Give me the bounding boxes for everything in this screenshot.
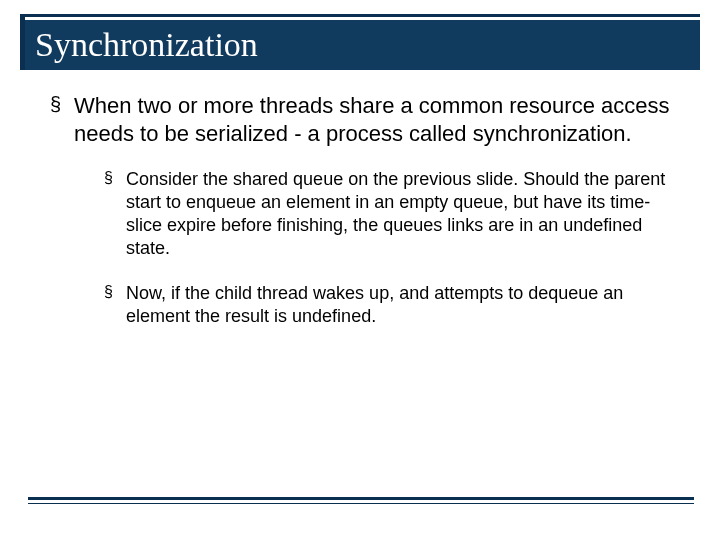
- list-item: Now, if the child thread wakes up, and a…: [104, 282, 672, 328]
- bullet-list: When two or more threads share a common …: [28, 92, 692, 329]
- title-container: Synchronization: [20, 14, 700, 70]
- slide-body: When two or more threads share a common …: [20, 92, 700, 329]
- bullet-text: When two or more threads share a common …: [74, 93, 669, 146]
- list-item: When two or more threads share a common …: [50, 92, 672, 329]
- divider: [28, 497, 694, 504]
- title-bar: Synchronization: [25, 20, 700, 70]
- slide: Synchronization When two or more threads…: [0, 0, 720, 540]
- bullet-text: Consider the shared queue on the previou…: [126, 169, 665, 258]
- bullet-text: Now, if the child thread wakes up, and a…: [126, 283, 623, 326]
- list-item: Consider the shared queue on the previou…: [104, 168, 672, 260]
- sub-bullet-list: Consider the shared queue on the previou…: [74, 168, 672, 328]
- slide-title: Synchronization: [35, 26, 258, 64]
